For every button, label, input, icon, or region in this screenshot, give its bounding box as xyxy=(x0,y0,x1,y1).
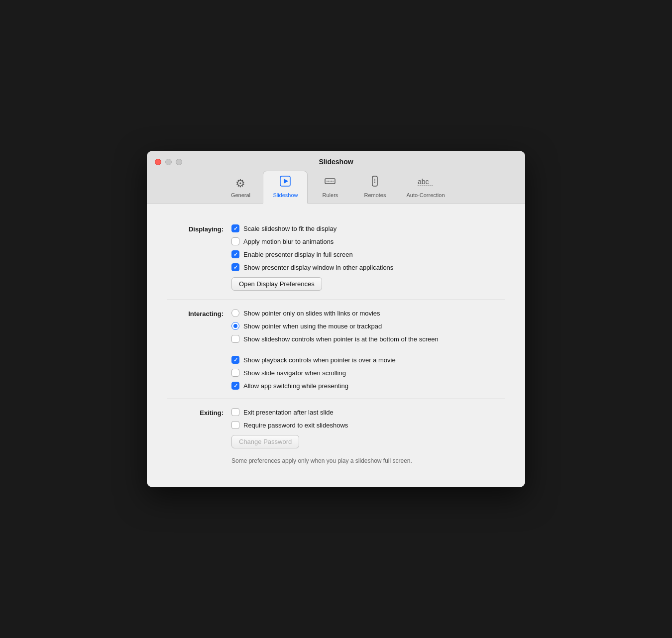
radio-pointer-links-label: Show pointer only on slides with links o… xyxy=(243,310,380,317)
checkbox-presenter-fullscreen-control[interactable] xyxy=(231,250,239,258)
remote-icon xyxy=(369,175,380,190)
checkbox-motion-blur[interactable]: Apply motion blur to animations xyxy=(231,237,505,245)
tab-slideshow[interactable]: Slideshow xyxy=(263,171,308,204)
tab-remotes-label: Remotes xyxy=(364,192,386,198)
open-display-preferences-button[interactable]: Open Display Preferences xyxy=(231,277,322,291)
checkbox-slide-navigator-label: Show slide navigator when scrolling xyxy=(243,369,346,377)
tab-bar: ⚙ General Slideshow xyxy=(218,171,453,203)
gear-icon: ⚙ xyxy=(235,177,245,190)
tab-autocorrection[interactable]: abc Auto-Correction xyxy=(397,171,453,203)
ruler-icon xyxy=(324,175,336,190)
tab-rulers[interactable]: Rulers xyxy=(308,171,352,203)
checkbox-playback-controls-control[interactable] xyxy=(231,356,239,364)
checkbox-app-switching[interactable]: Allow app switching while presenting xyxy=(231,382,505,390)
checkbox-controls-bottom[interactable]: Show slideshow controls when pointer is … xyxy=(231,335,505,343)
play-icon xyxy=(279,175,291,190)
svg-text:abc: abc xyxy=(418,178,429,186)
checkbox-presenter-window-label: Show presenter display window in other a… xyxy=(243,264,393,271)
checkbox-presenter-fullscreen[interactable]: Enable presenter display in full screen xyxy=(231,250,505,258)
checkbox-exit-last[interactable]: Exit presentation after last slide xyxy=(231,408,505,416)
footnote-text: Some preferences apply only when you pla… xyxy=(231,457,505,464)
checkbox-app-switching-label: Allow app switching while presenting xyxy=(243,382,348,390)
checkbox-scale-label: Scale slideshow to fit the display xyxy=(243,225,336,232)
checkbox-scale[interactable]: Scale slideshow to fit the display xyxy=(231,224,505,232)
content-area: Displaying: Scale slideshow to fit the d… xyxy=(147,204,525,487)
checkbox-app-switching-control[interactable] xyxy=(231,382,239,390)
svg-marker-1 xyxy=(284,179,288,184)
window: Slideshow ⚙ General Slideshow xyxy=(147,151,525,487)
checkbox-motion-blur-label: Apply motion blur to animations xyxy=(243,238,334,245)
displaying-label: Displaying: xyxy=(167,224,231,291)
close-button[interactable] xyxy=(155,159,161,165)
window-title: Slideshow xyxy=(319,158,353,166)
checkbox-controls-bottom-control[interactable] xyxy=(231,335,239,343)
displaying-content: Scale slideshow to fit the display Apply… xyxy=(231,224,505,291)
checkbox-presenter-window[interactable]: Show presenter display window in other a… xyxy=(231,263,505,271)
radio-pointer-mouse-control[interactable] xyxy=(231,322,239,330)
checkbox-playback-controls-label: Show playback controls when pointer is o… xyxy=(243,356,396,364)
checkbox-slide-navigator-control[interactable] xyxy=(231,369,239,377)
radio-pointer-mouse-label: Show pointer when using the mouse or tra… xyxy=(243,322,382,330)
tab-rulers-label: Rulers xyxy=(323,192,338,198)
tab-general-label: General xyxy=(231,192,250,198)
checkbox-motion-blur-control[interactable] xyxy=(231,237,239,245)
checkbox-require-password-label: Require password to exit slideshows xyxy=(243,422,348,429)
change-password-button[interactable]: Change Password xyxy=(231,435,299,448)
radio-pointer-mouse[interactable]: Show pointer when using the mouse or tra… xyxy=(231,322,505,330)
checkbox-scale-control[interactable] xyxy=(231,224,239,232)
tab-general[interactable]: ⚙ General xyxy=(218,173,263,203)
minimize-button[interactable] xyxy=(165,159,172,165)
checkbox-presenter-window-control[interactable] xyxy=(231,263,239,271)
checkbox-controls-bottom-label: Show slideshow controls when pointer is … xyxy=(243,335,439,343)
exiting-label: Exiting: xyxy=(167,408,231,464)
checkbox-slide-navigator[interactable]: Show slide navigator when scrolling xyxy=(231,369,505,377)
tab-slideshow-label: Slideshow xyxy=(273,192,298,198)
radio-pointer-links[interactable]: Show pointer only on slides with links o… xyxy=(231,309,505,317)
interacting-section: Interacting: Show pointer only on slides… xyxy=(167,300,505,399)
svg-point-10 xyxy=(374,182,375,183)
maximize-button[interactable] xyxy=(176,159,182,165)
checkbox-exit-last-control[interactable] xyxy=(231,408,239,416)
abc-icon: abc xyxy=(417,175,435,190)
checkbox-presenter-fullscreen-label: Enable presenter display in full screen xyxy=(243,251,353,258)
checkbox-require-password-control[interactable] xyxy=(231,421,239,429)
radio-pointer-links-control[interactable] xyxy=(231,309,239,317)
svg-rect-8 xyxy=(372,176,377,186)
tab-remotes[interactable]: Remotes xyxy=(352,171,397,203)
checkbox-exit-last-label: Exit presentation after last slide xyxy=(243,409,334,416)
tab-autocorrection-label: Auto-Correction xyxy=(406,192,445,198)
checkbox-require-password[interactable]: Require password to exit slideshows xyxy=(231,421,505,429)
exiting-section: Exiting: Exit presentation after last sl… xyxy=(167,399,505,473)
checkbox-playback-controls[interactable]: Show playback controls when pointer is o… xyxy=(231,356,505,364)
interacting-content: Show pointer only on slides with links o… xyxy=(231,309,505,390)
displaying-section: Displaying: Scale slideshow to fit the d… xyxy=(167,215,505,300)
traffic-lights xyxy=(155,159,182,165)
interacting-label: Interacting: xyxy=(167,309,231,390)
titlebar: Slideshow ⚙ General Slideshow xyxy=(147,151,525,204)
exiting-content: Exit presentation after last slide Requi… xyxy=(231,408,505,464)
